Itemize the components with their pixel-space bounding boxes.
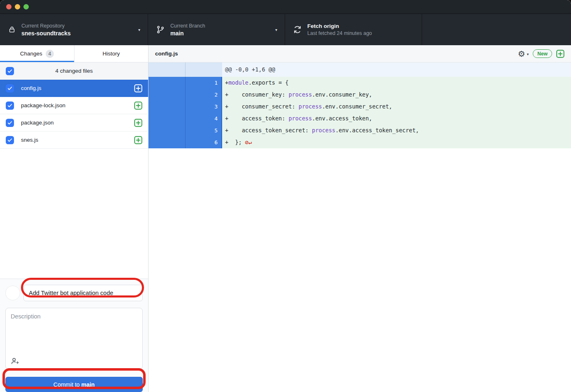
- description-placeholder: Description: [11, 313, 137, 320]
- old-line-number: [149, 101, 186, 113]
- file-status-added-icon: [134, 136, 142, 144]
- diff-line-gutter[interactable]: 3: [149, 101, 222, 113]
- file-row-config.js[interactable]: config.js: [0, 80, 148, 97]
- old-line-number: [149, 125, 186, 136]
- file-list-empty-area: [0, 149, 148, 279]
- diff-line-3: 3+ consumer_secret: process.env.consumer…: [149, 101, 571, 113]
- old-line-number: [149, 77, 186, 89]
- chevron-down-icon: ▾: [275, 28, 277, 32]
- diff-line-gutter[interactable]: 4: [149, 113, 222, 125]
- current-repository-label: Current Repository: [21, 23, 71, 29]
- commit-description-textarea[interactable]: Description: [5, 308, 143, 369]
- file-status-added-icon: [134, 119, 142, 127]
- diff-line-gutter[interactable]: 5: [149, 125, 222, 136]
- commit-summary-input[interactable]: Add Twitter bot application code: [23, 285, 143, 301]
- file-row-package-lock.json[interactable]: package-lock.json: [0, 97, 148, 114]
- lock-icon: [8, 26, 16, 33]
- avatar: [5, 286, 20, 300]
- diff-line-6: 6+ }; ⊘↵: [149, 136, 571, 148]
- hunk-header-text: @@ -0,0 +1,6 @@: [222, 62, 571, 77]
- diff-view: config.js ⚙▾ New @@ -0,0 +1,6 @@ 1+modul…: [149, 45, 571, 392]
- fetch-origin-button[interactable]: Fetch origin Last fetched 24 minutes ago: [285, 14, 422, 45]
- diff-line-5: 5+ access_token_secret: process.env.acce…: [149, 125, 571, 136]
- file-row-package.json[interactable]: package.json: [0, 114, 148, 131]
- new-line-number: 3: [186, 101, 221, 113]
- old-line-number: [149, 113, 186, 125]
- diff-line-2: 2+ consumer_key: process.env.consumer_ke…: [149, 89, 571, 101]
- diff-line-code: + consumer_secret: process.env.consumer_…: [222, 101, 571, 113]
- current-branch-button[interactable]: Current Branch main ▾: [148, 14, 285, 45]
- diff-line-code: +module.exports = {: [222, 77, 571, 89]
- diff-line-gutter[interactable]: 6: [149, 136, 222, 148]
- last-fetched-text: Last fetched 24 minutes ago: [307, 30, 372, 36]
- chevron-down-icon: ▾: [527, 52, 529, 56]
- new-line-number: 1: [186, 77, 221, 89]
- commit-button-prefix: Commit to: [53, 381, 81, 388]
- current-repository-value: snes-soundtracks: [21, 30, 71, 37]
- file-name: package.json: [21, 120, 134, 126]
- current-branch-label: Current Branch: [170, 23, 205, 29]
- diff-line-code: + consumer_key: process.env.consumer_key…: [222, 89, 571, 101]
- changes-count-badge: 4: [46, 50, 54, 58]
- close-button[interactable]: [6, 4, 12, 9]
- diff-line-code: + }; ⊘↵: [222, 136, 571, 148]
- commit-summary-row: Add Twitter bot application code: [5, 285, 143, 301]
- hunk-gutter: [149, 62, 222, 77]
- file-name: snes.js: [21, 137, 134, 143]
- diff-file-title: config.js: [155, 51, 178, 57]
- old-line-number: [149, 136, 186, 148]
- diff-line-1: 1+module.exports = {: [149, 77, 571, 89]
- tab-changes-label: Changes: [20, 51, 42, 57]
- new-line-number: 4: [186, 113, 221, 125]
- file-status-added-icon: [134, 101, 142, 110]
- file-name: config.js: [21, 85, 134, 91]
- file-row-snes.js[interactable]: snes.js: [0, 131, 148, 149]
- file-checkbox[interactable]: [6, 136, 14, 144]
- file-status-added-icon: [134, 84, 142, 92]
- toolbar: Current Repository snes-soundtracks ▾ Cu…: [0, 14, 571, 45]
- file-status-new-badge: New: [533, 49, 552, 58]
- new-line-number: 2: [186, 89, 221, 101]
- changed-files-count: 4 changed files: [14, 68, 134, 74]
- diff-lines: 1+module.exports = {2+ consumer_key: pro…: [149, 77, 571, 148]
- diff-header: config.js ⚙▾ New: [149, 45, 571, 62]
- maximize-button[interactable]: [23, 4, 29, 9]
- tab-bar: Changes 4 History: [0, 45, 148, 62]
- fetch-origin-label: Fetch origin: [307, 23, 372, 29]
- file-name: package-lock.json: [21, 102, 134, 108]
- commit-panel: Add Twitter bot application code Descrip…: [0, 279, 148, 392]
- diff-line-code: + access_token_secret: process.env.acces…: [222, 125, 571, 136]
- file-checkbox[interactable]: [6, 119, 14, 127]
- chevron-down-icon: ▾: [138, 28, 140, 32]
- commit-button-branch: main: [81, 381, 95, 388]
- tab-history[interactable]: History: [74, 45, 149, 62]
- git-branch-icon: [156, 25, 165, 34]
- tab-history-label: History: [102, 51, 120, 57]
- old-line-number: [149, 89, 186, 101]
- file-checkbox[interactable]: [6, 84, 14, 92]
- current-repository-button[interactable]: Current Repository snes-soundtracks ▾: [0, 14, 148, 45]
- diff-line-gutter[interactable]: 1: [149, 77, 222, 89]
- sync-icon: [293, 25, 302, 34]
- github-desktop-window: Current Repository snes-soundtracks ▾ Cu…: [0, 0, 571, 392]
- hunk-header-row: @@ -0,0 +1,6 @@: [149, 62, 571, 77]
- commit-button[interactable]: Commit to main: [5, 377, 143, 392]
- file-checkbox[interactable]: [6, 101, 14, 110]
- diff-line-code: + access_token: process.env.access_token…: [222, 113, 571, 125]
- new-line-number: 6: [186, 136, 221, 148]
- tab-changes[interactable]: Changes 4: [0, 45, 74, 62]
- sidebar: Changes 4 History 4 changed files config…: [0, 45, 149, 392]
- select-all-files-row[interactable]: 4 changed files: [0, 62, 148, 80]
- plus-square-icon[interactable]: [556, 50, 564, 58]
- minimize-button[interactable]: [15, 4, 20, 9]
- gear-icon[interactable]: ⚙▾: [518, 50, 529, 58]
- new-line-number: 5: [186, 125, 221, 136]
- diff-line-4: 4+ access_token: process.env.access_toke…: [149, 113, 571, 125]
- add-coauthor-icon[interactable]: [11, 357, 19, 365]
- diff-line-gutter[interactable]: 2: [149, 89, 222, 101]
- select-all-checkbox[interactable]: [6, 67, 14, 75]
- titlebar: [0, 0, 571, 14]
- current-branch-value: main: [170, 30, 205, 37]
- file-list: config.jspackage-lock.jsonpackage.jsonsn…: [0, 80, 148, 149]
